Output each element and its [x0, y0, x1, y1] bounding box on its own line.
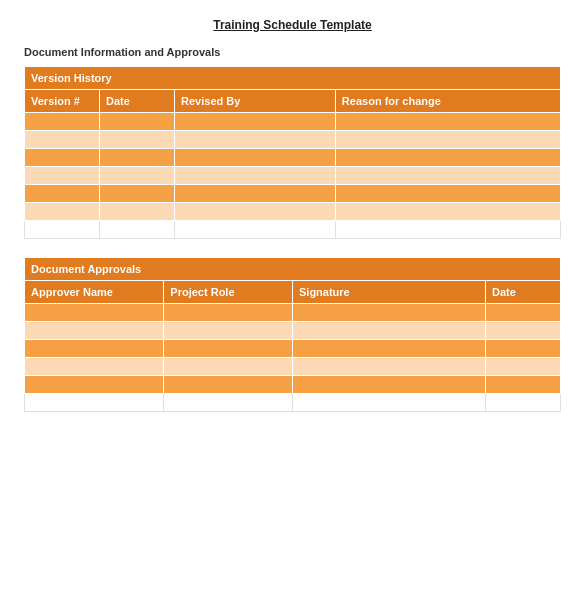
- vh-r5-date: [100, 185, 175, 203]
- doc-approvals-col-headers: Approver Name Project Role Signature Dat…: [25, 281, 561, 304]
- da-r5-role: [164, 376, 293, 394]
- vh-r5-version: [25, 185, 100, 203]
- page-title: Training Schedule Template: [24, 18, 561, 32]
- doc-approvals-title: Document Approvals: [25, 258, 561, 281]
- vh-r1-version: [25, 113, 100, 131]
- vh-r3-date: [100, 149, 175, 167]
- vh-empty1: [25, 221, 100, 239]
- vh-empty4: [335, 221, 560, 239]
- da-empty1: [25, 394, 164, 412]
- vh-col-revised: Revised By: [175, 90, 336, 113]
- vh-r3-version: [25, 149, 100, 167]
- da-r1-sig: [292, 304, 485, 322]
- vh-r2-reason: [335, 131, 560, 149]
- vh-r1-date: [100, 113, 175, 131]
- vh-r4-reason: [335, 167, 560, 185]
- page: Training Schedule Template Document Info…: [0, 0, 585, 600]
- vh-r1-reason: [335, 113, 560, 131]
- da-col-approver: Approver Name: [25, 281, 164, 304]
- vh-r2-revised: [175, 131, 336, 149]
- document-approvals-section: Document Approvals Approver Name Project…: [24, 257, 561, 412]
- vh-r3-revised: [175, 149, 336, 167]
- version-history-header-row: Version History: [25, 67, 561, 90]
- version-history-col-headers: Version # Date Revised By Reason for cha…: [25, 90, 561, 113]
- da-r4-sig: [292, 358, 485, 376]
- da-col-signature: Signature: [292, 281, 485, 304]
- document-approvals-table: Document Approvals Approver Name Project…: [24, 257, 561, 412]
- da-r5-sig: [292, 376, 485, 394]
- vh-col-version: Version #: [25, 90, 100, 113]
- da-empty3: [292, 394, 485, 412]
- vh-col-reason: Reason for change: [335, 90, 560, 113]
- da-r2-date: [485, 322, 560, 340]
- vh-empty2: [100, 221, 175, 239]
- da-col-date: Date: [485, 281, 560, 304]
- table-row: [25, 376, 561, 394]
- da-r5-approver: [25, 376, 164, 394]
- vh-r6-version: [25, 203, 100, 221]
- vh-r5-reason: [335, 185, 560, 203]
- da-r3-date: [485, 340, 560, 358]
- table-row: [25, 113, 561, 131]
- vh-empty3: [175, 221, 336, 239]
- doc-approvals-header-row: Document Approvals: [25, 258, 561, 281]
- vh-r2-version: [25, 131, 100, 149]
- da-r5-date: [485, 376, 560, 394]
- table-row: [25, 358, 561, 376]
- da-r3-sig: [292, 340, 485, 358]
- table-row: [25, 185, 561, 203]
- vh-r4-date: [100, 167, 175, 185]
- vh-r6-date: [100, 203, 175, 221]
- vh-r4-revised: [175, 167, 336, 185]
- da-r1-role: [164, 304, 293, 322]
- version-history-section: Version History Version # Date Revised B…: [24, 66, 561, 239]
- table-row: [25, 304, 561, 322]
- table-row: [25, 131, 561, 149]
- da-r2-approver: [25, 322, 164, 340]
- table-row: [25, 322, 561, 340]
- da-r3-approver: [25, 340, 164, 358]
- da-empty4: [485, 394, 560, 412]
- da-r4-role: [164, 358, 293, 376]
- vh-r5-revised: [175, 185, 336, 203]
- vh-r1-revised: [175, 113, 336, 131]
- table-row: [25, 149, 561, 167]
- vh-r4-version: [25, 167, 100, 185]
- da-r2-role: [164, 322, 293, 340]
- table-row: [25, 203, 561, 221]
- da-empty2: [164, 394, 293, 412]
- vh-r6-revised: [175, 203, 336, 221]
- vh-r6-reason: [335, 203, 560, 221]
- da-r3-role: [164, 340, 293, 358]
- da-r4-approver: [25, 358, 164, 376]
- vh-col-date: Date: [100, 90, 175, 113]
- version-history-title: Version History: [25, 67, 561, 90]
- da-col-role: Project Role: [164, 281, 293, 304]
- version-history-table: Version History Version # Date Revised B…: [24, 66, 561, 239]
- da-r2-sig: [292, 322, 485, 340]
- da-r4-date: [485, 358, 560, 376]
- table-row: [25, 221, 561, 239]
- table-row: [25, 167, 561, 185]
- da-r1-date: [485, 304, 560, 322]
- table-row: [25, 394, 561, 412]
- da-r1-approver: [25, 304, 164, 322]
- vh-r3-reason: [335, 149, 560, 167]
- doc-info-label: Document Information and Approvals: [24, 46, 561, 58]
- vh-r2-date: [100, 131, 175, 149]
- table-row: [25, 340, 561, 358]
